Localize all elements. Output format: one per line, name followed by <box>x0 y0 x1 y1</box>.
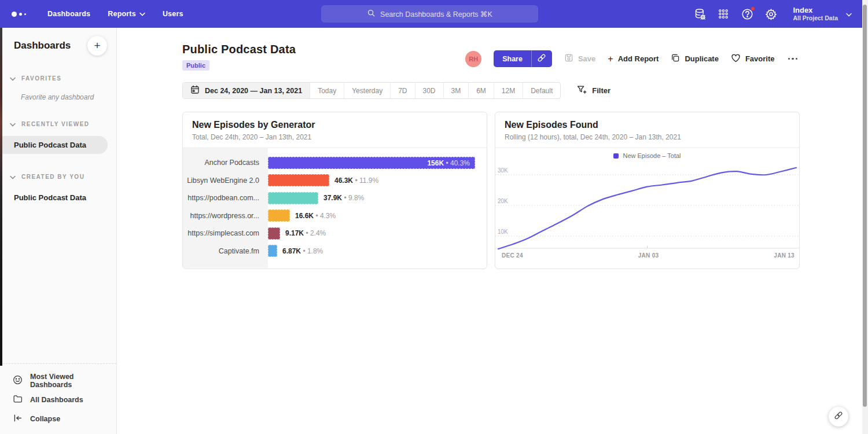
page-scrollbar[interactable] <box>862 0 868 434</box>
account-switcher[interactable]: Index All Project Data <box>793 6 852 22</box>
sidebar-item-public-podcast-data[interactable]: Public Podcast Data <box>0 136 108 154</box>
card-subtitle: Rolling (12 hours), total, Dec 24th, 202… <box>505 133 790 141</box>
date-preset-today[interactable]: Today <box>310 83 344 98</box>
bar-category-label: Captivate.fm <box>183 247 268 255</box>
bar-row: https://simplecast.com9.17K • 2.4% <box>183 225 487 242</box>
section-header[interactable]: RECENTLY VIEWED <box>0 119 116 129</box>
chart-legend: New Episode – Total <box>495 148 799 159</box>
date-preset-3m[interactable]: 3M <box>443 83 469 98</box>
date-preset-default[interactable]: Default <box>523 83 560 98</box>
date-range-picker[interactable]: Dec 24, 2020 — Jan 13, 2021 <box>183 83 310 98</box>
left-edge-artifact <box>0 28 2 366</box>
x-axis-tick-label: JAN 03 <box>638 252 659 259</box>
share-button[interactable]: Share <box>494 50 531 67</box>
date-preset-6m[interactable]: 6M <box>468 83 494 98</box>
sidebar-section-created-by-you: CREATED BY YOUPublic Podcast Data <box>0 171 116 207</box>
bar[interactable] <box>268 209 290 222</box>
app-logo-icon[interactable] <box>12 12 31 17</box>
filter-button[interactable]: Filter <box>577 85 610 97</box>
line-chart: New Episode – Total 10K20K30K DEC 24JAN … <box>495 148 799 268</box>
apps-grid-icon[interactable] <box>717 8 730 20</box>
chevron-down-icon <box>10 73 16 83</box>
svg-text:30K: 30K <box>498 167 508 174</box>
nav-item-dashboards[interactable]: Dashboards <box>47 10 90 18</box>
link-icon <box>537 53 546 65</box>
bar-chart: Anchor Podcasts156K • 40.3%Libsyn WebEng… <box>183 148 487 268</box>
sidebar-footer-collapse[interactable]: Collapse <box>13 409 116 428</box>
bar-value-label: 156K • 40.3% <box>427 157 470 169</box>
add-report-button[interactable]: + Add Report <box>608 54 659 64</box>
bar-value-label: 46.3K • 11.9% <box>334 176 378 185</box>
svg-text:20K: 20K <box>498 198 508 204</box>
x-axis-labels: DEC 24JAN 03JAN 13 <box>495 252 799 259</box>
bar-category-label: Anchor Podcasts <box>183 159 268 167</box>
sidebar-section-recently-viewed: RECENTLY VIEWEDPublic Podcast Data <box>0 119 116 154</box>
notification-badge <box>751 6 755 11</box>
settings-icon[interactable] <box>764 8 777 20</box>
bar-value-label: 16.6K • 4.3% <box>295 212 336 220</box>
date-preset-yesterday[interactable]: Yesterday <box>344 83 390 98</box>
collapse-icon <box>13 413 23 425</box>
svg-text:10K: 10K <box>498 229 508 235</box>
scrollbar-thumb[interactable] <box>863 5 867 407</box>
save-button[interactable]: Save <box>564 53 595 64</box>
folder-icon <box>13 394 23 406</box>
bar-category-label: https://wordpress.or... <box>183 212 268 220</box>
account-name: Index <box>793 6 838 14</box>
legend-label: New Episode – Total <box>623 152 681 159</box>
section-header[interactable]: CREATED BY YOU <box>0 171 116 182</box>
card-new-episodes-by-generator: New Episodes by Generator Total, Dec 24t… <box>182 112 487 269</box>
bar-category-label: https://simplecast.com <box>183 229 268 237</box>
bar[interactable] <box>268 245 277 257</box>
more-options-button[interactable] <box>787 56 799 62</box>
bar-value-label: 6.87K • 1.8% <box>282 247 323 255</box>
duplicate-icon <box>671 53 680 64</box>
bar-category-label: https://podbean.com... <box>183 194 268 202</box>
calendar-icon <box>190 85 200 96</box>
add-dashboard-button[interactable]: + <box>87 36 107 56</box>
date-preset-12m[interactable]: 12M <box>494 83 523 98</box>
bar-row: Anchor Podcasts156K • 40.3% <box>183 154 487 172</box>
copy-link-floating-button[interactable] <box>829 407 848 426</box>
avatar[interactable]: RH <box>465 51 481 67</box>
chevron-down-icon <box>139 10 145 18</box>
bar[interactable] <box>268 192 318 204</box>
page-title: Public Podcast Data <box>182 43 296 56</box>
bar[interactable] <box>268 227 280 240</box>
bar[interactable]: 156K • 40.3% <box>268 157 475 169</box>
nav-item-users[interactable]: Users <box>163 10 183 18</box>
bar-row: Libsyn WebEngine 2.046.3K • 11.9% <box>183 172 487 190</box>
heart-icon <box>731 53 741 65</box>
duplicate-button[interactable]: Duplicate <box>671 53 719 64</box>
favorite-button[interactable]: Favorite <box>731 53 775 65</box>
chevron-down-icon <box>10 171 16 182</box>
plus-icon: + <box>608 54 613 64</box>
bar-row: https://podbean.com...37.9K • 9.8% <box>183 189 487 207</box>
share-link-button[interactable] <box>531 50 552 67</box>
dashboard-actions: RH Share Save + Add Report Duplicate Fav… <box>465 50 799 67</box>
x-axis-tick-label: DEC 24 <box>502 252 523 259</box>
account-subtitle: All Project Data <box>793 14 838 22</box>
card-title: New Episodes Found <box>505 120 790 130</box>
date-preset-7d[interactable]: 7D <box>390 83 414 98</box>
link-icon <box>834 411 843 422</box>
bar-value-label: 9.17K • 2.4% <box>285 229 326 237</box>
public-badge: Public <box>182 60 209 71</box>
save-icon <box>564 53 573 64</box>
section-header[interactable]: FAVORITES <box>0 73 116 83</box>
line-chart-plot: 10K20K30K <box>495 160 799 255</box>
bar-row: Captivate.fm6.87K • 1.8% <box>183 242 487 260</box>
date-preset-30d[interactable]: 30D <box>415 83 443 98</box>
search-icon <box>367 9 376 19</box>
bar[interactable] <box>268 174 329 186</box>
search-input[interactable]: Search Dashboards & Reports ⌘K <box>321 5 538 23</box>
sidebar-footer-most-viewed-dashboards[interactable]: Most Viewed Dashboards <box>13 371 116 390</box>
chevron-down-icon <box>846 9 852 19</box>
database-gear-icon[interactable] <box>693 8 706 20</box>
nav-item-reports[interactable]: Reports <box>108 10 145 18</box>
help-icon[interactable] <box>741 8 753 20</box>
sidebar-footer-all-dashboards[interactable]: All Dashboards <box>13 390 116 409</box>
sidebar-item-public-podcast-data[interactable]: Public Podcast Data <box>0 189 108 207</box>
card-subtitle: Total, Dec 24th, 2020 – Jan 13th, 2021 <box>192 133 477 141</box>
legend-swatch <box>613 153 619 159</box>
